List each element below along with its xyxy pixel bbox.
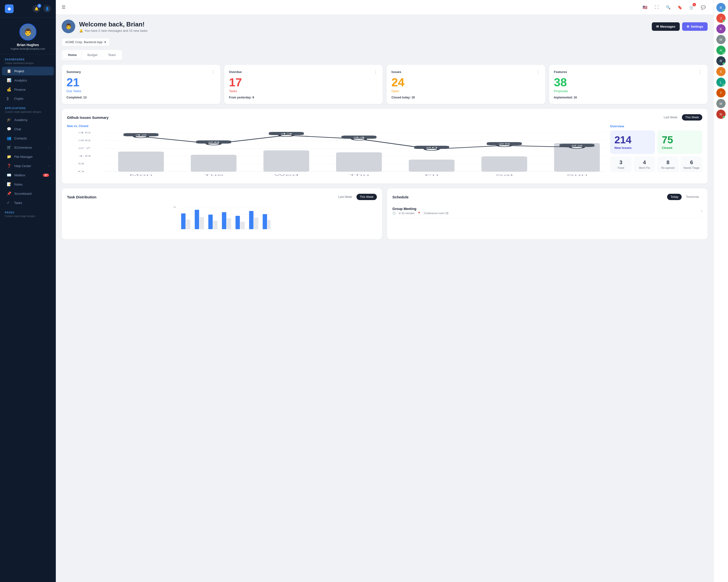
- tab-budget[interactable]: Budget: [82, 51, 102, 58]
- sidebar-item-notes[interactable]: 📝 Notes: [2, 180, 54, 189]
- header-subtitle: 🔔 You have 2 new messages and 15 new tas…: [79, 29, 648, 32]
- notifications-topbar-icon[interactable]: 🛒 5: [687, 3, 696, 11]
- sidebar-item-contacts[interactable]: 👥 Contacts: [2, 134, 54, 143]
- sidebar-item-crypto[interactable]: ₿ Crypto: [2, 94, 54, 103]
- app-logo[interactable]: ◆: [5, 4, 14, 13]
- fullscreen-icon[interactable]: ⛶: [652, 3, 661, 11]
- sidebar-item-analytics[interactable]: 📊 Analytics: [2, 76, 54, 85]
- reopened-label: Re-opened: [659, 166, 677, 169]
- stat-number-overdue: 17: [229, 77, 378, 88]
- fixed-number: 3: [612, 159, 630, 166]
- page-title: Welcome back, Brian!: [79, 21, 648, 28]
- bookmark-icon[interactable]: 🔖: [676, 3, 684, 11]
- svg-text:9: 9: [78, 163, 84, 165]
- schedule-card: Schedule Today Tomorrow Group Meeting 🕐 …: [387, 188, 708, 239]
- sidebar-item-ecommerce[interactable]: 🛒 ECommerce ›: [2, 143, 54, 152]
- topbar: ☰ 🇺🇸 ⛶ 🔍 🔖 🛒 5 💬: [56, 0, 713, 15]
- stat-sub-features: Proposals: [554, 89, 703, 93]
- sidebar-item-mailbox[interactable]: ✉️ Mailbox 27: [2, 171, 54, 179]
- svg-rect-55: [200, 217, 204, 229]
- svg-rect-13: [191, 155, 237, 172]
- svg-rect-14: [263, 150, 309, 172]
- fixed-label: Fixed: [612, 166, 630, 169]
- stat-number-summary: 21: [67, 77, 215, 88]
- right-avatar-1[interactable]: J: [717, 13, 726, 23]
- svg-rect-63: [254, 218, 258, 229]
- envelope-icon: ✉: [656, 25, 659, 28]
- right-avatar-5[interactable]: R: [717, 56, 726, 65]
- task-this-week-btn[interactable]: This Week: [357, 194, 377, 200]
- sidebar-item-finance[interactable]: 💰 Finance: [2, 85, 54, 94]
- schedule-toggle: Today Tomorrow: [667, 194, 702, 200]
- main-wrapper: ☰ 🇺🇸 ⛶ 🔍 🔖 🛒 5 💬 👨 Welcome back, Brian! …: [56, 0, 713, 582]
- sidebar-item-file-manager[interactable]: 📁 File Manager: [2, 152, 54, 161]
- tab-team[interactable]: Team: [103, 51, 121, 58]
- finance-icon: 💰: [7, 87, 11, 92]
- svg-text:34: 34: [353, 136, 365, 138]
- stat-footer-features: Implemented: 16: [554, 96, 703, 99]
- chart-area: New vs. Closed 45 36 27 18 9 0: [67, 124, 605, 178]
- right-avatar-4[interactable]: A: [717, 46, 726, 55]
- closed-label: Closed: [662, 146, 672, 149]
- chat-topbar-icon[interactable]: 💬: [699, 3, 708, 11]
- right-avatar-8[interactable]: T: [717, 88, 726, 98]
- sidebar-item-academy[interactable]: 🎓 Academy: [2, 115, 54, 124]
- stat-menu-summary[interactable]: ⋮: [211, 70, 215, 74]
- bottom-row: Task Distribution Last Week This Week 40: [62, 188, 708, 244]
- schedule-time: in 32 minutes: [399, 212, 414, 215]
- svg-text:Sat: Sat: [495, 174, 514, 176]
- profile-button[interactable]: 👤: [43, 5, 51, 12]
- sidebar-item-project[interactable]: 📋 Project: [2, 67, 54, 76]
- right-avatar-2[interactable]: K: [717, 24, 726, 33]
- project-selector[interactable]: ACME Corp. Backend App ▾: [62, 38, 110, 46]
- task-last-week-btn[interactable]: Last Week: [335, 194, 355, 200]
- sidebar-item-chat[interactable]: 💬 Chat: [2, 124, 54, 133]
- academy-icon: 🎓: [7, 118, 11, 122]
- sidebar-item-label: Finance: [14, 88, 25, 91]
- stat-menu-overdue[interactable]: ⋮: [373, 70, 378, 74]
- chart-label: New vs. Closed: [67, 124, 605, 128]
- schedule-title: Schedule: [392, 195, 409, 199]
- sidebar-item-scrumboard[interactable]: 📌 Scrumboard: [2, 189, 54, 198]
- schedule-tomorrow-btn[interactable]: Tomorrow: [683, 194, 702, 200]
- stat-menu-issues[interactable]: ⋮: [536, 70, 540, 74]
- svg-text:Wed: Wed: [274, 174, 299, 176]
- schedule-today-btn[interactable]: Today: [667, 194, 682, 200]
- right-avatar-10[interactable]: N: [717, 110, 726, 119]
- github-last-week-btn[interactable]: Last Week: [660, 114, 681, 120]
- sidebar-item-label: Notes: [14, 183, 23, 186]
- svg-rect-57: [213, 221, 218, 229]
- stat-card-header: Issues ⋮: [391, 70, 540, 74]
- search-icon[interactable]: 🔍: [664, 3, 673, 11]
- svg-text:18: 18: [78, 155, 91, 157]
- schedule-arrow-icon[interactable]: ›: [701, 209, 702, 213]
- github-this-week-btn[interactable]: This Week: [682, 114, 702, 120]
- github-body: New vs. Closed 45 36 27 18 9 0: [67, 124, 702, 178]
- task-week-toggle: Last Week This Week: [335, 194, 377, 200]
- right-avatar-0[interactable]: B: [717, 3, 726, 12]
- settings-button[interactable]: ⚙ Settings: [682, 22, 708, 31]
- right-avatar-7[interactable]: L: [717, 78, 726, 87]
- notifications-button[interactable]: 🔔 3: [32, 5, 40, 12]
- stat-title-features: Features: [554, 70, 567, 74]
- stat-sub-issues: Open: [391, 89, 540, 93]
- right-avatar-9[interactable]: M: [717, 99, 726, 108]
- right-avatar-3[interactable]: M: [717, 35, 726, 44]
- bell-icon: 🔔: [79, 29, 83, 32]
- sidebar-item-label: Analytics: [14, 79, 27, 82]
- tab-home[interactable]: Home: [63, 51, 81, 58]
- right-avatar-6[interactable]: S: [717, 67, 726, 76]
- svg-text:20: 20: [426, 146, 438, 149]
- new-issues-card: 214 New Issues: [610, 131, 655, 154]
- topbar-badge: 5: [693, 3, 696, 6]
- stat-footer-summary: Completed: 13: [67, 96, 215, 99]
- sidebar-item-label: Crypto: [14, 97, 23, 101]
- hamburger-button[interactable]: ☰: [62, 5, 66, 10]
- sidebar-item-help-center[interactable]: ❓ Help Center ›: [2, 162, 54, 170]
- messages-button[interactable]: ✉ Messages: [652, 22, 680, 31]
- flag-icon[interactable]: 🇺🇸: [641, 3, 649, 11]
- file-manager-icon: 📁: [7, 155, 11, 159]
- stat-menu-features[interactable]: ⋮: [698, 70, 703, 74]
- stat-sub-summary: Due Tasks: [67, 89, 215, 93]
- sidebar-item-tasks[interactable]: ✓ Tasks: [2, 198, 54, 207]
